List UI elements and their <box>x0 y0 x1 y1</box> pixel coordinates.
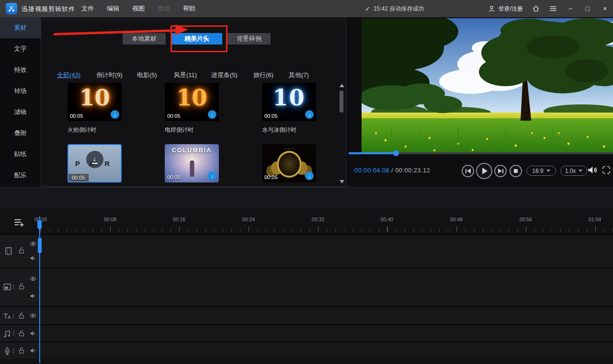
playhead-grip[interactable] <box>38 238 42 253</box>
close-button[interactable]: × <box>601 5 609 12</box>
template-item-fire-countdown[interactable]: 10 00:05 ↓ 火焰倒计时 <box>68 83 122 134</box>
template-thumbnail-selected[interactable]: P A R ↓ 00:05 <box>68 144 122 182</box>
sidebar-item-music[interactable]: 配乐 <box>0 165 41 186</box>
lock-icon[interactable] <box>17 346 26 355</box>
ruler-label: 00:40 <box>381 216 393 222</box>
main-menu-icon[interactable] <box>549 4 557 13</box>
sidebar-item-stickers[interactable]: 贴纸 <box>0 144 41 165</box>
template-thumbnail[interactable]: 10 00:05 ↓ <box>68 83 122 121</box>
track-text-lane[interactable] <box>41 307 613 324</box>
menu-edit[interactable]: 编辑 <box>107 4 119 13</box>
download-icon[interactable]: ↓ <box>111 110 119 119</box>
menu-view[interactable]: 视图 <box>132 4 145 13</box>
duration-badge: 00:05 <box>68 174 89 182</box>
speed-dropdown[interactable]: 1.0x <box>560 166 587 176</box>
track-colon: : <box>12 283 14 290</box>
app-title: 迅捷视频剪辑软件 <box>22 5 75 13</box>
mute-icon[interactable] <box>29 292 37 300</box>
scrollbar-thumb[interactable] <box>340 91 343 113</box>
minimize-button[interactable]: − <box>566 5 575 12</box>
progress-handle[interactable] <box>393 150 399 156</box>
sidebar-item-material[interactable]: 素材 <box>0 17 41 38</box>
timeline: 00:00 00:08 00:16 00:24 00:32 00:40 00:4… <box>0 209 613 364</box>
template-thumbnail[interactable]: COLUMBIA 00:05 ↓ <box>165 144 219 182</box>
filter-travel[interactable]: 旅行(6) <box>253 71 273 80</box>
edit-toolbar: NEW 导出 <box>0 187 613 209</box>
track-text[interactable]: : <box>0 306 613 324</box>
track-video[interactable] <box>0 234 613 268</box>
eye-icon[interactable] <box>29 274 37 283</box>
mute-icon[interactable] <box>29 329 37 338</box>
mute-icon[interactable] <box>29 254 37 262</box>
ruler-label: 00:48 <box>450 216 463 222</box>
tab-background-samples[interactable]: 背景样例 <box>227 33 271 45</box>
time-separator: / <box>389 167 395 174</box>
panel-scrollbar[interactable] <box>339 83 344 184</box>
playback-progress-bar[interactable] <box>349 152 613 154</box>
ruler-label: 00:24 <box>242 216 255 222</box>
template-thumbnail[interactable]: 10 00:05 ↓ <box>262 83 316 121</box>
template-thumbnail[interactable]: 10 00:05 ↓ <box>165 83 219 121</box>
template-item-selected[interactable]: P A R ↓ 00:05 <box>68 144 122 182</box>
aspect-ratio-dropdown[interactable]: 16:9 <box>526 166 556 176</box>
sidebar: 素材 文字 特效 转场 滤镜 叠附 贴纸 配乐 <box>0 17 41 187</box>
sidebar-item-effects[interactable]: 特效 <box>0 59 41 80</box>
home-icon[interactable] <box>532 4 540 13</box>
download-icon[interactable]: ↓ <box>208 110 216 119</box>
fullscreen-icon[interactable] <box>601 164 612 176</box>
template-item-columbia[interactable]: COLUMBIA 00:05 ↓ <box>165 144 219 182</box>
track-pip[interactable]: : <box>0 268 613 306</box>
add-track-icon[interactable] <box>11 216 26 229</box>
filter-scenery[interactable]: 风景(11) <box>174 71 197 80</box>
scroll-down-icon[interactable] <box>340 180 344 183</box>
previous-frame-button[interactable] <box>462 165 474 177</box>
download-icon[interactable]: ↓ <box>305 171 314 180</box>
maximize-button[interactable]: □ <box>583 5 592 12</box>
filter-progressbar[interactable]: 进度条(5) <box>211 71 238 80</box>
filter-movie[interactable]: 电影(5) <box>137 71 157 80</box>
tab-local-material[interactable]: 本地素材 <box>123 33 166 45</box>
template-item-mgm[interactable]: ~ ~ ~ 00:05 ↓ <box>262 144 316 182</box>
chevron-down-icon <box>579 170 582 172</box>
eye-icon[interactable] <box>29 239 37 248</box>
track-video-lane[interactable] <box>41 235 613 268</box>
sidebar-item-transitions[interactable]: 转场 <box>0 80 41 102</box>
filter-all[interactable]: 全部(43) <box>57 71 80 80</box>
template-item-weld-countdown[interactable]: 10 00:05 ↓ 电焊倒计时 <box>165 83 219 134</box>
download-center-icon[interactable]: ↓ <box>86 151 103 168</box>
track-pip-lane[interactable] <box>41 269 613 306</box>
next-frame-button[interactable] <box>494 165 507 177</box>
lock-icon[interactable] <box>17 311 26 320</box>
download-icon[interactable]: ↓ <box>208 171 216 180</box>
scroll-up-icon[interactable] <box>340 84 344 87</box>
template-thumbnail[interactable]: ~ ~ ~ 00:05 ↓ <box>262 144 316 182</box>
template-item-ice-countdown[interactable]: 10 00:05 ↓ 水与冰倒计时 <box>262 83 316 134</box>
download-icon[interactable]: ↓ <box>305 110 314 119</box>
speed-value: 1.0x <box>565 168 576 174</box>
volume-icon[interactable] <box>586 164 598 176</box>
filter-other[interactable]: 其他(7) <box>289 71 309 80</box>
play-button[interactable] <box>476 163 492 179</box>
login-button[interactable]: 登录/注册 <box>488 5 523 13</box>
stop-button[interactable] <box>510 165 522 177</box>
menu-help[interactable]: 帮助 <box>183 4 195 13</box>
lock-icon[interactable] <box>17 282 26 291</box>
menu-file[interactable]: 文件 <box>81 4 94 13</box>
track-voiceover-lane[interactable] <box>41 342 613 359</box>
track-music-lane[interactable] <box>41 325 613 341</box>
track-voiceover[interactable]: : <box>0 341 613 359</box>
track-music[interactable]: : <box>0 324 613 341</box>
template-title: 火焰倒计时 <box>68 126 122 134</box>
sidebar-item-overlay[interactable]: 叠附 <box>0 123 41 144</box>
sidebar-item-filters[interactable]: 滤镜 <box>0 102 41 123</box>
ruler-label: 00:16 <box>173 216 185 222</box>
track-pip-header: : <box>0 269 41 306</box>
eye-icon[interactable] <box>29 311 37 320</box>
lock-icon[interactable] <box>17 246 26 255</box>
filter-countdown[interactable]: 倒计时(9) <box>96 71 123 80</box>
lock-icon[interactable] <box>17 329 26 338</box>
video-preview[interactable] <box>362 18 613 152</box>
mute-icon[interactable] <box>29 346 37 355</box>
sidebar-item-text[interactable]: 文字 <box>0 38 41 59</box>
ruler-label: 00:08 <box>104 216 116 222</box>
